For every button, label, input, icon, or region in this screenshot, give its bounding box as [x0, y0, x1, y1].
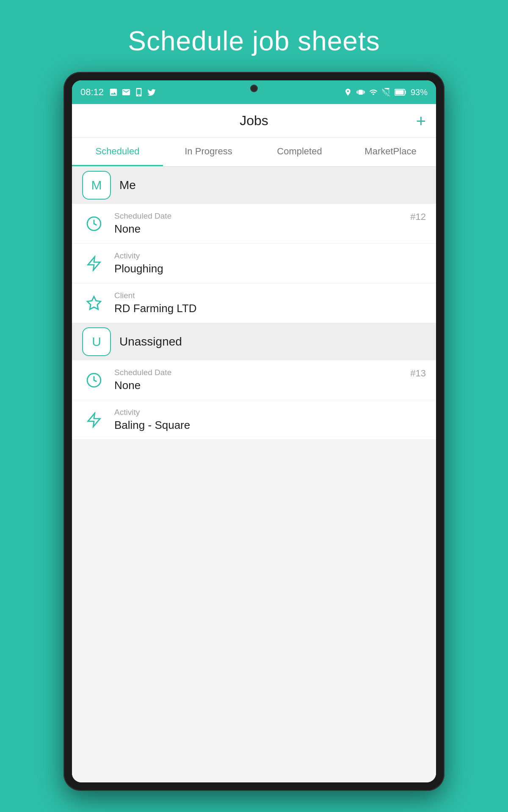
status-bar-left: 08:12: [80, 87, 156, 98]
job-12-client-row[interactable]: Client RD Farming LTD: [72, 283, 436, 323]
add-job-button[interactable]: +: [416, 112, 426, 129]
avatar-me: M: [82, 171, 111, 200]
bolt-icon: [82, 252, 106, 275]
job-12-client-text: Client RD Farming LTD: [114, 291, 426, 315]
twitter-icon: [147, 88, 156, 97]
bolt-icon-13: [82, 408, 106, 432]
job-12-scheduled-date-row[interactable]: Scheduled Date None #12: [72, 204, 436, 244]
svg-marker-7: [88, 413, 100, 427]
activity-label-13: Activity: [114, 408, 426, 417]
avatar-unassigned: U: [82, 327, 111, 356]
job-13-activity-row[interactable]: Activity Baling - Square: [72, 400, 436, 440]
status-bar-right: 93%: [344, 88, 428, 97]
page-title: Schedule job sheets: [128, 25, 380, 57]
tablet-outer: 08:12: [64, 72, 444, 791]
job-12-activity-row[interactable]: Activity Ploughing: [72, 244, 436, 283]
status-time: 08:12: [80, 87, 104, 98]
star-icon: [82, 291, 106, 315]
status-bar: 08:12: [72, 80, 436, 104]
location-icon: [344, 88, 352, 96]
status-icons: [109, 88, 156, 97]
tab-scheduled[interactable]: Scheduled: [72, 138, 163, 166]
activity-value-12: Ploughing: [114, 262, 426, 275]
svg-rect-2: [395, 90, 404, 95]
scheduled-date-value-13: None: [114, 379, 426, 392]
group-header-unassigned[interactable]: U Unassigned: [72, 323, 436, 360]
app-bar-title: Jobs: [240, 113, 268, 129]
svg-rect-1: [405, 91, 406, 94]
phone-icon: [134, 88, 144, 97]
group-header-me[interactable]: M Me: [72, 167, 436, 204]
clock-icon-13: [82, 368, 106, 392]
svg-marker-5: [87, 296, 101, 309]
signal-icon: [382, 88, 390, 96]
job-12-activity-text: Activity Ploughing: [114, 251, 426, 275]
vibrate-icon: [356, 88, 365, 96]
job-13-number: #13: [410, 368, 426, 379]
job-12-number: #12: [410, 211, 426, 222]
client-value-12: RD Farming LTD: [114, 302, 426, 315]
tabs-bar: Scheduled In Progress Completed MarketPl…: [72, 138, 436, 167]
battery-icon: [395, 88, 406, 96]
page-header: Schedule job sheets: [0, 0, 508, 78]
wifi-icon: [369, 88, 378, 96]
tab-marketplace[interactable]: MarketPlace: [345, 138, 436, 166]
content-area: M Me Scheduled Date None: [72, 167, 436, 782]
tablet-wrapper: 08:12: [64, 72, 444, 791]
client-label-12: Client: [114, 291, 426, 300]
group-label-me: Me: [119, 178, 136, 192]
activity-value-13: Baling - Square: [114, 419, 426, 432]
job-13-scheduled-date-row[interactable]: Scheduled Date None #13: [72, 360, 436, 400]
job-13-date-text: Scheduled Date None: [114, 368, 426, 392]
scheduled-date-label: Scheduled Date: [114, 211, 426, 221]
job-13-activity-text: Activity Baling - Square: [114, 408, 426, 432]
job-12-date-text: Scheduled Date None: [114, 211, 426, 236]
app-bar: Jobs +: [72, 104, 436, 138]
tab-in-progress[interactable]: In Progress: [163, 138, 254, 166]
photo-icon: [109, 88, 118, 97]
tablet-screen: 08:12: [72, 80, 436, 782]
svg-marker-4: [88, 257, 100, 270]
group-label-unassigned: Unassigned: [119, 335, 182, 348]
scheduled-date-value: None: [114, 222, 426, 236]
scheduled-date-label-13: Scheduled Date: [114, 368, 426, 377]
tablet-camera: [250, 85, 258, 92]
email-icon: [121, 88, 131, 97]
activity-label-12: Activity: [114, 251, 426, 261]
battery-percentage: 93%: [411, 88, 428, 97]
tab-completed[interactable]: Completed: [254, 138, 345, 166]
clock-icon: [82, 212, 106, 236]
